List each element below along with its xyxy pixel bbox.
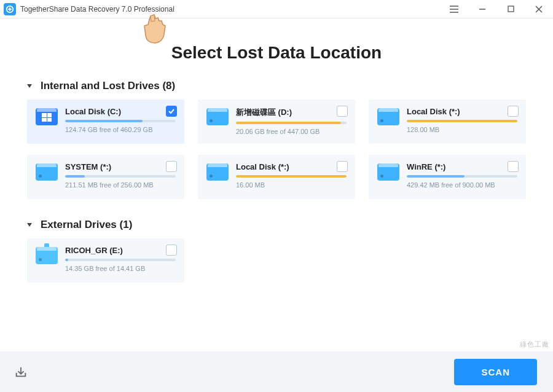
- drive-checkbox[interactable]: [166, 106, 177, 117]
- caret-down-icon: [27, 223, 32, 227]
- drive-checkbox[interactable]: [337, 106, 348, 117]
- svg-rect-7: [508, 6, 514, 12]
- section-label: External Drives (1): [41, 219, 132, 231]
- drive-internal-icon: [206, 108, 229, 125]
- drive-name: Local Disk (*:): [407, 107, 517, 116]
- drive-info: 20.06 GB free of 447.00 GB: [236, 128, 347, 135]
- drive-body: WinRE (*:)429.42 MB free of 900.00 MB: [407, 162, 517, 193]
- drive-external-icon: [36, 247, 58, 264]
- drive-body: Local Disk (C:)124.74 GB free of 460.29 …: [65, 107, 176, 138]
- usage-bar: [65, 120, 176, 122]
- section-label: Internal and Lost Drives (8): [41, 80, 175, 92]
- window-title: TogetherShare Data Recovery 7.0 Professi…: [20, 5, 175, 14]
- drive-info: 14.35 GB free of 14.41 GB: [65, 265, 176, 272]
- usage-bar: [65, 175, 176, 178]
- drive-checkbox[interactable]: [166, 245, 177, 256]
- drive-body: 新增磁碟區 (D:)20.06 GB free of 447.00 GB: [236, 107, 347, 138]
- drive-card[interactable]: RICOH_GR (E:)14.35 GB free of 14.41 GB: [27, 238, 184, 283]
- drive-card[interactable]: SYSTEM (*:)211.51 MB free of 256.00 MB: [27, 155, 184, 199]
- drive-name: Local Disk (*:): [236, 162, 347, 171]
- drive-internal-icon: [377, 108, 399, 125]
- section-header-internal[interactable]: Internal and Lost Drives (8): [27, 80, 526, 92]
- usage-bar: [236, 122, 347, 124]
- drive-internal-icon: [36, 163, 58, 181]
- drive-info: 429.42 MB free of 900.00 MB: [407, 181, 517, 189]
- usage-bar: [65, 259, 176, 261]
- drive-grid-external: RICOH_GR (E:)14.35 GB free of 14.41 GB: [27, 238, 526, 283]
- drive-card[interactable]: Local Disk (C:)124.74 GB free of 460.29 …: [27, 100, 184, 144]
- drive-checkbox[interactable]: [508, 106, 519, 117]
- import-button[interactable]: [12, 363, 29, 380]
- bottom-bar: SCAN: [0, 351, 553, 392]
- app-icon: [4, 3, 16, 15]
- drive-body: Local Disk (*:)16.00 MB: [236, 162, 347, 193]
- drive-card[interactable]: Local Disk (*:)128.00 MB: [369, 100, 526, 144]
- menu-button[interactable]: [440, 1, 468, 18]
- usage-bar: [407, 175, 517, 178]
- maximize-button[interactable]: [496, 1, 525, 18]
- close-button[interactable]: [525, 1, 553, 18]
- drive-info: 124.74 GB free of 460.29 GB: [65, 126, 176, 133]
- drive-checkbox[interactable]: [337, 161, 348, 172]
- caret-down-icon: [27, 84, 32, 88]
- drive-body: RICOH_GR (E:)14.35 GB free of 14.41 GB: [65, 246, 176, 276]
- drive-grid-internal: Local Disk (C:)124.74 GB free of 460.29 …: [27, 100, 526, 199]
- drive-internal-icon: [206, 163, 229, 181]
- drive-body: Local Disk (*:)128.00 MB: [407, 107, 517, 138]
- drive-name: SYSTEM (*:): [65, 162, 176, 171]
- titlebar: TogetherShare Data Recovery 7.0 Professi…: [0, 0, 553, 18]
- drive-info: 128.00 MB: [407, 126, 517, 133]
- usage-bar: [407, 120, 517, 122]
- drive-card[interactable]: Local Disk (*:)16.00 MB: [198, 155, 355, 199]
- watermark: 綠色工廠: [520, 340, 549, 349]
- drive-info: 211.51 MB free of 256.00 MB: [65, 181, 176, 189]
- drive-name: 新增磁碟區 (D:): [236, 107, 347, 118]
- minimize-button[interactable]: [468, 1, 496, 18]
- drive-windows-icon: [36, 108, 58, 125]
- drive-card[interactable]: 新增磁碟區 (D:)20.06 GB free of 447.00 GB: [198, 100, 355, 144]
- window-controls: [440, 1, 553, 18]
- drive-name: RICOH_GR (E:): [65, 246, 176, 255]
- page-title: Select Lost Data Location: [0, 43, 553, 63]
- usage-bar: [236, 175, 347, 178]
- drive-name: WinRE (*:): [407, 162, 517, 171]
- scan-button[interactable]: SCAN: [454, 359, 537, 385]
- drive-body: SYSTEM (*:)211.51 MB free of 256.00 MB: [65, 162, 176, 193]
- drive-name: Local Disk (C:): [65, 107, 176, 116]
- drive-card[interactable]: WinRE (*:)429.42 MB free of 900.00 MB: [369, 155, 526, 199]
- drive-internal-icon: [377, 163, 399, 181]
- drive-checkbox[interactable]: [508, 161, 519, 172]
- section-header-external[interactable]: External Drives (1): [27, 219, 526, 231]
- drive-info: 16.00 MB: [236, 181, 347, 189]
- drive-checkbox[interactable]: [166, 161, 177, 172]
